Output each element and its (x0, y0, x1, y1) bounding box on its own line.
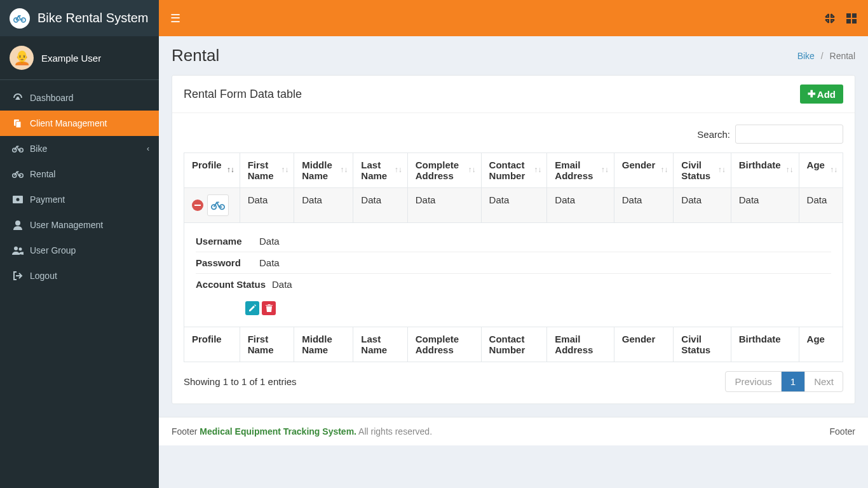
sidebar-item-bike[interactable]: Bike ‹ (0, 136, 159, 161)
search-label: Search: (697, 129, 730, 140)
footer-left: Footer Medical Equipment Tracking System… (172, 426, 432, 437)
sidebar-item-label: Bike (30, 144, 47, 154)
th-birthdate[interactable]: Birthdate↑↓ (731, 153, 799, 188)
sidebar-item-label: Payment (30, 194, 65, 205)
sidebar-item-label: User Group (30, 245, 76, 255)
payment-icon (10, 196, 26, 203)
users-icon (10, 246, 26, 255)
breadcrumb-separator: / (821, 51, 824, 61)
detail-item-username: Username Data (196, 231, 831, 252)
cell-age: Data (799, 188, 843, 223)
files-icon (10, 118, 26, 128)
tf-age: Age (799, 327, 843, 362)
sidebar-item-logout[interactable]: Logout (0, 263, 159, 288)
cell-complete-address: Data (407, 188, 481, 223)
sidebar-item-label: Rental (30, 169, 55, 179)
breadcrumb-current: Rental (830, 51, 855, 61)
svg-point-12 (19, 248, 22, 251)
sidebar-item-user-management[interactable]: User Management (0, 212, 159, 238)
sort-asc-icon: ↑↓ (227, 168, 234, 172)
svg-rect-13 (846, 13, 851, 18)
sidebar-item-payment[interactable]: Payment (0, 187, 159, 212)
th-first-name[interactable]: First Name↑↓ (240, 153, 294, 188)
panel: Rental Form Data table ✚Add Search: Prof… (172, 75, 855, 404)
tf-civil-status: Civil Status (674, 327, 731, 362)
detail-value: Data (259, 257, 280, 268)
breadcrumb: Bike / Rental (797, 51, 855, 61)
pagination: Previous 1 Next (725, 371, 843, 392)
sidebar-item-label: Client Management (30, 118, 107, 128)
add-button-label: Add (817, 89, 836, 100)
grid-icon[interactable] (846, 13, 857, 24)
table-footer: Showing 1 to 1 of 1 entries Previous 1 N… (184, 371, 843, 392)
sort-icon: ↑↓ (468, 168, 476, 172)
main-footer: Footer Medical Equipment Tracking System… (159, 417, 868, 445)
dashboard-icon (10, 93, 26, 103)
table-child-row: Username Data Password Data Account Stat… (184, 223, 843, 327)
cell-civil-status: Data (674, 188, 731, 223)
tf-profile: Profile (184, 327, 240, 362)
add-button[interactable]: ✚Add (800, 85, 843, 104)
table-row: Data Data Data Data Data Data Data Data … (184, 188, 843, 223)
sort-icon: ↑↓ (395, 168, 402, 172)
th-last-name[interactable]: Last Name↑↓ (353, 153, 407, 188)
tf-middle-name: Middle Name (294, 327, 353, 362)
tf-first-name: First Name (240, 327, 294, 362)
detail-label: Account Status (196, 279, 266, 290)
th-profile[interactable]: Profile↑↓ (184, 153, 240, 188)
panel-title: Rental Form Data table (184, 88, 302, 101)
detail-value: Data (259, 236, 280, 247)
delete-button[interactable] (262, 301, 276, 315)
hamburger-icon[interactable]: ☰ (170, 11, 180, 25)
th-middle-name[interactable]: Middle Name↑↓ (294, 153, 353, 188)
breadcrumb-link[interactable]: Bike (797, 51, 815, 61)
sidebar-item-rental[interactable]: Rental (0, 161, 159, 187)
cell-birthdate: Data (731, 188, 799, 223)
logout-icon (10, 271, 26, 280)
content-wrapper: Rental Bike / Rental Rental Form Data ta… (159, 0, 868, 404)
th-civil-status[interactable]: Civil Status↑↓ (674, 153, 731, 188)
bike-icon (10, 144, 26, 153)
avatar: 🧑‍🦲 (10, 46, 34, 70)
tf-complete-address: Complete Address (407, 327, 481, 362)
edit-button[interactable] (245, 301, 259, 315)
detail-label: Password (196, 257, 253, 268)
cell-profile (184, 188, 240, 223)
sidebar-item-label: Logout (30, 271, 57, 281)
panel-header: Rental Form Data table ✚Add (172, 76, 855, 113)
th-gender[interactable]: Gender↑↓ (614, 153, 674, 188)
svg-point-11 (14, 247, 18, 250)
th-email-address[interactable]: Email Address↑↓ (547, 153, 614, 188)
bike-logo-icon (10, 8, 30, 29)
svg-rect-16 (852, 19, 857, 24)
app-logo[interactable]: Bike Rental System (0, 0, 159, 36)
pagination-previous[interactable]: Previous (726, 372, 781, 391)
sidebar-nav: Dashboard Client Management Bike ‹ Renta… (0, 85, 159, 288)
sidebar-item-user-group[interactable]: User Group (0, 238, 159, 263)
cell-middle-name: Data (294, 188, 353, 223)
detail-item-password: Password Data (196, 252, 831, 274)
sort-icon: ↑↓ (830, 168, 837, 172)
svg-rect-14 (852, 13, 857, 18)
pagination-next[interactable]: Next (805, 372, 843, 391)
pagination-page-1[interactable]: 1 (782, 372, 805, 391)
sidebar-item-label: Dashboard (30, 93, 74, 103)
user-panel: 🧑‍🦲 Example User (0, 36, 159, 80)
th-contact-number[interactable]: Contact Number↑↓ (481, 153, 547, 188)
collapse-row-button[interactable] (192, 200, 203, 211)
search-input[interactable] (735, 125, 843, 144)
user-icon (10, 220, 26, 230)
sidebar-item-dashboard[interactable]: Dashboard (0, 85, 159, 111)
cell-contact-number: Data (481, 188, 547, 223)
th-complete-address[interactable]: Complete Address↑↓ (407, 153, 481, 188)
tf-contact-number: Contact Number (481, 327, 547, 362)
sidebar: Bike Rental System 🧑‍🦲 Example User Dash… (0, 0, 159, 445)
th-age[interactable]: Age↑↓ (799, 153, 843, 188)
sidebar-item-client-management[interactable]: Client Management (0, 111, 159, 136)
data-table: Profile↑↓ First Name↑↓ Middle Name↑↓ Las… (184, 152, 843, 362)
sort-icon: ↑↓ (786, 168, 794, 172)
content-header: Rental Bike / Rental (159, 36, 868, 75)
collapse-icon[interactable] (825, 13, 835, 24)
tf-last-name: Last Name (353, 327, 407, 362)
panel-body: Search: Profile↑↓ First Name↑↓ Middle Na… (172, 113, 855, 403)
